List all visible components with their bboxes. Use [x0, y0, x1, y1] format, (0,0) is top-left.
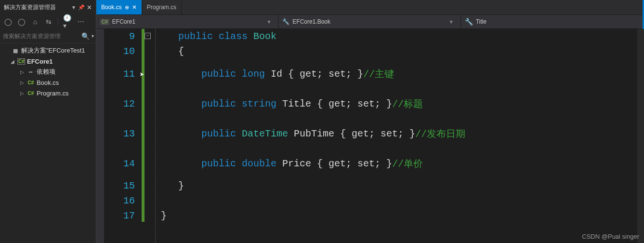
- cs-file-icon: C#: [27, 91, 35, 96]
- cs-file-icon: C#: [27, 80, 35, 85]
- solution-search-row: 🔍 ▾: [0, 29, 96, 43]
- dependencies-icon: ▪▪: [27, 69, 35, 75]
- nav-namespace-label: EFCore1: [112, 18, 135, 25]
- nav-class-label: EFCore1.Book: [292, 18, 330, 25]
- solution-explorer: 解决方案资源管理器 ▼ 📌 ✕ ◯ ◯ ⌂ ⇆ 🕘▾ ⋯ 🔍 ▾ ▦ 解决方案"…: [0, 0, 96, 243]
- line-number: 10: [104, 44, 135, 59]
- line-number: 12: [104, 89, 135, 119]
- code-line: public DateTime PubTime { get; set; }//发…: [161, 119, 643, 148]
- view-dropdown-icon[interactable]: ▼: [71, 5, 76, 10]
- dependencies-label: 依赖项: [37, 68, 55, 76]
- file-label: Program.cs: [37, 90, 68, 97]
- indent-guide: [155, 29, 161, 243]
- chevron-down-icon[interactable]: ▼: [449, 19, 457, 25]
- tab-label: Program.cs: [147, 4, 176, 11]
- watermark: CSDN @Pual singer: [582, 233, 639, 240]
- solution-toolbar: ◯ ◯ ⌂ ⇆ 🕘▾ ⋯: [0, 14, 96, 29]
- history-icon[interactable]: 🕘▾: [63, 17, 72, 26]
- tab-book[interactable]: Book.cs ⊕ ✕: [96, 0, 142, 14]
- code-editor[interactable]: 9 10 11 12 13 14 15 16 17 − ➤ public cla…: [96, 29, 643, 243]
- code-content[interactable]: ➤ public class Book { public long Id { g…: [161, 29, 643, 243]
- fold-toggle-icon[interactable]: −: [145, 33, 151, 39]
- line-number: 9: [104, 29, 135, 44]
- csharp-icon: C#: [100, 19, 109, 25]
- file-node-book[interactable]: ▷ C# Book.cs: [0, 77, 96, 88]
- line-number-gutter: 9 10 11 12 13 14 15 16 17: [104, 29, 144, 243]
- solution-tree: ▦ 解决方案"EFCoreTest1 ◢ C# EFCore1 ▷ ▪▪ 依赖项…: [0, 43, 96, 100]
- file-label: Book.cs: [37, 79, 59, 86]
- home-icon[interactable]: ⌂: [31, 17, 39, 26]
- more-icon[interactable]: ⋯: [77, 17, 85, 26]
- code-line: public class Book: [161, 29, 643, 44]
- editor-area: Book.cs ⊕ ✕ Program.cs C# EFCore1 ▼ 🔧 EF…: [96, 0, 644, 243]
- tab-program[interactable]: Program.cs: [142, 0, 182, 14]
- search-options-icon[interactable]: ▾: [92, 33, 94, 39]
- chevron-down-icon[interactable]: ▼: [266, 19, 274, 25]
- solution-explorer-title: 解决方案资源管理器: [4, 3, 69, 12]
- file-node-program[interactable]: ▷ C# Program.cs: [0, 88, 96, 98]
- line-number: 14: [104, 148, 135, 178]
- nav-namespace[interactable]: C# EFCore1 ▼: [96, 15, 278, 28]
- csproj-icon: C#: [17, 58, 25, 65]
- expander-icon[interactable]: ▷: [19, 91, 25, 96]
- tab-label: Book.cs: [101, 4, 122, 11]
- close-icon[interactable]: ✕: [87, 4, 92, 11]
- tab-pin-icon[interactable]: ⊕: [125, 4, 129, 11]
- dependencies-node[interactable]: ▷ ▪▪ 依赖项: [0, 67, 96, 77]
- code-line: public double Price { get; set; }//单价: [161, 148, 643, 178]
- project-label: EFCore1: [27, 58, 53, 65]
- code-line: {: [161, 44, 643, 59]
- code-navbar: C# EFCore1 ▼ 🔧 EFCore1.Book ▼ 🔧 Title: [96, 14, 643, 29]
- solution-label: 解决方案"EFCoreTest1: [21, 46, 85, 55]
- line-number: 11: [104, 59, 135, 89]
- line-number: 13: [104, 119, 135, 148]
- line-number: 16: [104, 193, 135, 208]
- code-line: }: [161, 178, 643, 193]
- pin-icon[interactable]: 📌: [78, 4, 85, 11]
- tab-close-icon[interactable]: ✕: [132, 4, 137, 11]
- nav-member[interactable]: 🔧 Title: [461, 15, 643, 28]
- expander-icon[interactable]: ▷: [19, 69, 25, 75]
- search-icon[interactable]: 🔍: [81, 32, 90, 40]
- wrench-icon: 🔧: [465, 18, 473, 26]
- back-icon[interactable]: ◯: [4, 17, 13, 26]
- solution-search-input[interactable]: [3, 33, 79, 40]
- line-number: 15: [104, 178, 135, 193]
- expander-icon[interactable]: ◢: [10, 59, 15, 64]
- nav-class[interactable]: 🔧 EFCore1.Book ▼: [278, 15, 460, 28]
- code-line: public long Id { get; set; }//主键: [161, 59, 643, 89]
- vertical-scrollbar[interactable]: [637, 29, 644, 243]
- project-node[interactable]: ◢ C# EFCore1: [0, 56, 96, 67]
- fold-margin: −: [144, 29, 155, 243]
- line-number: 17: [104, 208, 135, 223]
- forward-icon[interactable]: ◯: [17, 17, 26, 26]
- code-line: }: [161, 208, 643, 223]
- solution-icon: ▦: [12, 48, 19, 54]
- solution-explorer-header: 解决方案资源管理器 ▼ 📌 ✕: [0, 0, 96, 14]
- editor-tabs: Book.cs ⊕ ✕ Program.cs: [96, 0, 643, 14]
- class-icon: 🔧: [282, 18, 289, 25]
- nav-member-label: Title: [476, 18, 486, 25]
- indicator-margin: [96, 29, 104, 243]
- code-line: [161, 193, 643, 208]
- toolbar-separator: [58, 18, 58, 26]
- code-line: public string Title { get; set; }//标题: [161, 89, 643, 119]
- solution-node[interactable]: ▦ 解决方案"EFCoreTest1: [0, 45, 96, 56]
- expander-icon[interactable]: ▷: [19, 80, 25, 85]
- sync-icon[interactable]: ⇆: [44, 17, 53, 26]
